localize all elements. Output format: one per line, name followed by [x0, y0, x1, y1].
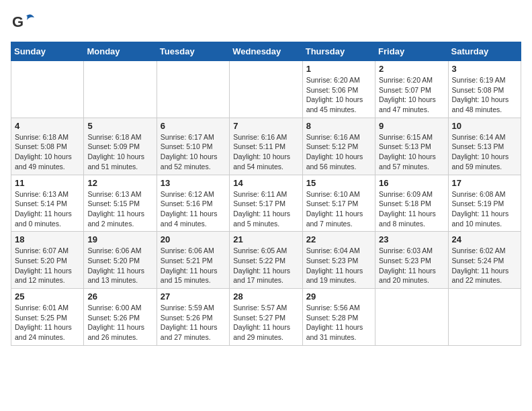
day-number: 12 — [87, 178, 152, 188]
day-number: 20 — [161, 234, 226, 244]
calendar-week-row: 1Sunrise: 6:20 AM Sunset: 5:06 PM Daylig… — [11, 61, 521, 118]
calendar-week-row: 25Sunrise: 6:01 AM Sunset: 5:25 PM Dayli… — [11, 289, 521, 346]
calendar-cell: 9Sunrise: 6:15 AM Sunset: 5:13 PM Daylig… — [375, 118, 448, 175]
day-number: 9 — [379, 121, 444, 131]
calendar-cell: 12Sunrise: 6:13 AM Sunset: 5:15 PM Dayli… — [84, 175, 157, 232]
column-header-monday: Monday — [84, 42, 157, 61]
calendar-cell: 29Sunrise: 5:56 AM Sunset: 5:28 PM Dayli… — [302, 289, 375, 346]
calendar-cell: 13Sunrise: 6:12 AM Sunset: 5:16 PM Dayli… — [157, 175, 229, 232]
day-info: Sunrise: 6:07 AM Sunset: 5:20 PM Dayligh… — [15, 246, 80, 285]
day-info: Sunrise: 6:09 AM Sunset: 5:18 PM Dayligh… — [379, 189, 444, 229]
day-number: 10 — [452, 121, 517, 131]
calendar-cell: 8Sunrise: 6:16 AM Sunset: 5:12 PM Daylig… — [302, 118, 375, 175]
day-info: Sunrise: 6:20 AM Sunset: 5:07 PM Dayligh… — [379, 75, 444, 115]
day-number: 13 — [161, 178, 226, 188]
calendar-cell: 27Sunrise: 5:59 AM Sunset: 5:26 PM Dayli… — [157, 289, 229, 346]
calendar-cell: 6Sunrise: 6:17 AM Sunset: 5:10 PM Daylig… — [157, 118, 229, 175]
calendar-cell — [84, 61, 157, 118]
calendar-cell — [157, 61, 229, 118]
day-number: 28 — [233, 291, 298, 302]
column-header-sunday: Sunday — [11, 42, 84, 61]
day-info: Sunrise: 6:10 AM Sunset: 5:17 PM Dayligh… — [306, 189, 371, 229]
day-number: 14 — [233, 178, 298, 188]
calendar-cell: 15Sunrise: 6:10 AM Sunset: 5:17 PM Dayli… — [302, 175, 375, 232]
calendar-cell: 5Sunrise: 6:18 AM Sunset: 5:09 PM Daylig… — [84, 118, 157, 175]
day-number: 8 — [306, 121, 371, 131]
day-number: 29 — [306, 291, 371, 302]
day-info: Sunrise: 6:00 AM Sunset: 5:26 PM Dayligh… — [87, 303, 152, 342]
day-info: Sunrise: 6:17 AM Sunset: 5:10 PM Dayligh… — [161, 132, 226, 172]
day-number: 6 — [161, 121, 226, 131]
column-header-saturday: Saturday — [448, 42, 521, 61]
day-number: 21 — [233, 234, 298, 244]
calendar-cell: 11Sunrise: 6:13 AM Sunset: 5:14 PM Dayli… — [11, 175, 84, 232]
day-info: Sunrise: 6:19 AM Sunset: 5:08 PM Dayligh… — [452, 75, 517, 115]
calendar-cell: 23Sunrise: 6:03 AM Sunset: 5:23 PM Dayli… — [375, 232, 448, 289]
calendar-cell: 10Sunrise: 6:14 AM Sunset: 5:13 PM Dayli… — [448, 118, 521, 175]
column-header-thursday: Thursday — [302, 42, 375, 61]
day-info: Sunrise: 6:11 AM Sunset: 5:17 PM Dayligh… — [233, 189, 298, 229]
day-info: Sunrise: 6:15 AM Sunset: 5:13 PM Dayligh… — [379, 132, 444, 172]
calendar-cell: 1Sunrise: 6:20 AM Sunset: 5:06 PM Daylig… — [302, 61, 375, 118]
svg-text:G: G — [12, 13, 24, 30]
calendar-cell: 24Sunrise: 6:02 AM Sunset: 5:24 PM Dayli… — [448, 232, 521, 289]
calendar-cell — [230, 61, 302, 118]
column-header-tuesday: Tuesday — [157, 42, 229, 61]
calendar-week-row: 11Sunrise: 6:13 AM Sunset: 5:14 PM Dayli… — [11, 175, 521, 232]
logo-icon: G — [11, 11, 36, 36]
day-info: Sunrise: 6:03 AM Sunset: 5:23 PM Dayligh… — [379, 246, 444, 285]
calendar-table: SundayMondayTuesdayWednesdayThursdayFrid… — [11, 42, 521, 346]
day-number: 17 — [452, 178, 517, 188]
day-info: Sunrise: 6:13 AM Sunset: 5:14 PM Dayligh… — [15, 189, 80, 229]
day-info: Sunrise: 5:56 AM Sunset: 5:28 PM Dayligh… — [306, 303, 371, 342]
day-number: 22 — [306, 234, 371, 244]
calendar-cell: 20Sunrise: 6:06 AM Sunset: 5:21 PM Dayli… — [157, 232, 229, 289]
day-number: 2 — [379, 64, 444, 74]
day-number: 15 — [306, 178, 371, 188]
day-info: Sunrise: 6:02 AM Sunset: 5:24 PM Dayligh… — [452, 246, 517, 285]
day-number: 5 — [87, 121, 152, 131]
day-number: 18 — [15, 234, 80, 244]
day-info: Sunrise: 6:16 AM Sunset: 5:11 PM Dayligh… — [233, 132, 298, 172]
day-info: Sunrise: 6:06 AM Sunset: 5:20 PM Dayligh… — [87, 246, 152, 285]
day-info: Sunrise: 6:06 AM Sunset: 5:21 PM Dayligh… — [161, 246, 226, 285]
day-info: Sunrise: 6:05 AM Sunset: 5:22 PM Dayligh… — [233, 246, 298, 285]
day-info: Sunrise: 6:01 AM Sunset: 5:25 PM Dayligh… — [15, 303, 80, 342]
day-info: Sunrise: 6:14 AM Sunset: 5:13 PM Dayligh… — [452, 132, 517, 172]
calendar-cell — [375, 289, 448, 346]
calendar-cell: 17Sunrise: 6:08 AM Sunset: 5:19 PM Dayli… — [448, 175, 521, 232]
day-number: 23 — [379, 234, 444, 244]
day-number: 26 — [87, 291, 152, 302]
day-number: 7 — [233, 121, 298, 131]
calendar-cell: 26Sunrise: 6:00 AM Sunset: 5:26 PM Dayli… — [84, 289, 157, 346]
calendar-week-row: 4Sunrise: 6:18 AM Sunset: 5:08 PM Daylig… — [11, 118, 521, 175]
calendar-cell: 21Sunrise: 6:05 AM Sunset: 5:22 PM Dayli… — [230, 232, 302, 289]
day-info: Sunrise: 6:20 AM Sunset: 5:06 PM Dayligh… — [306, 75, 371, 115]
calendar-cell — [448, 289, 521, 346]
calendar-cell: 28Sunrise: 5:57 AM Sunset: 5:27 PM Dayli… — [230, 289, 302, 346]
day-info: Sunrise: 5:57 AM Sunset: 5:27 PM Dayligh… — [233, 303, 298, 342]
logo: G — [11, 11, 38, 36]
day-number: 4 — [15, 121, 80, 131]
page-header: G — [11, 11, 521, 36]
calendar-cell: 16Sunrise: 6:09 AM Sunset: 5:18 PM Dayli… — [375, 175, 448, 232]
calendar-cell: 7Sunrise: 6:16 AM Sunset: 5:11 PM Daylig… — [230, 118, 302, 175]
day-info: Sunrise: 6:13 AM Sunset: 5:15 PM Dayligh… — [87, 189, 152, 229]
day-info: Sunrise: 6:08 AM Sunset: 5:19 PM Dayligh… — [452, 189, 517, 229]
day-number: 25 — [15, 291, 80, 302]
day-info: Sunrise: 6:16 AM Sunset: 5:12 PM Dayligh… — [306, 132, 371, 172]
calendar-cell — [11, 61, 84, 118]
day-info: Sunrise: 6:18 AM Sunset: 5:08 PM Dayligh… — [15, 132, 80, 172]
calendar-header-row: SundayMondayTuesdayWednesdayThursdayFrid… — [11, 42, 521, 61]
day-number: 27 — [161, 291, 226, 302]
calendar-cell: 18Sunrise: 6:07 AM Sunset: 5:20 PM Dayli… — [11, 232, 84, 289]
calendar-cell: 25Sunrise: 6:01 AM Sunset: 5:25 PM Dayli… — [11, 289, 84, 346]
day-info: Sunrise: 5:59 AM Sunset: 5:26 PM Dayligh… — [161, 303, 226, 342]
column-header-wednesday: Wednesday — [230, 42, 302, 61]
day-number: 1 — [306, 64, 371, 74]
calendar-cell: 4Sunrise: 6:18 AM Sunset: 5:08 PM Daylig… — [11, 118, 84, 175]
calendar-week-row: 18Sunrise: 6:07 AM Sunset: 5:20 PM Dayli… — [11, 232, 521, 289]
day-number: 24 — [452, 234, 517, 244]
column-header-friday: Friday — [375, 42, 448, 61]
day-info: Sunrise: 6:04 AM Sunset: 5:23 PM Dayligh… — [306, 246, 371, 285]
